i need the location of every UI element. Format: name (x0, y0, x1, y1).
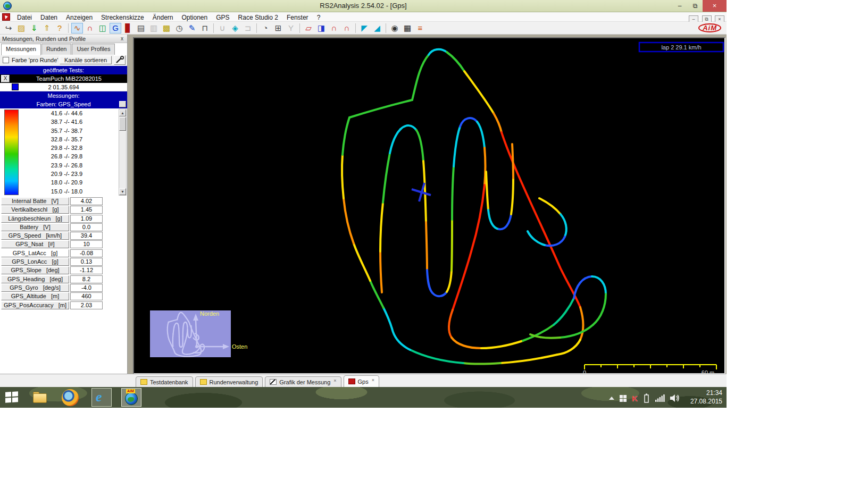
menu-item[interactable]: Daten (36, 13, 62, 22)
graph-distance-icon[interactable]: ∩ (84, 23, 96, 33)
menu-item[interactable]: Fenster (282, 13, 313, 22)
taskbar-clock[interactable]: 21:34 27.08.2015 (690, 389, 722, 406)
channel-label-button[interactable]: GPS_Slope [deg] (1, 266, 69, 274)
gps-map-window[interactable]: lap 2 29.1 km/h (133, 37, 725, 374)
show-hidden-icons-icon[interactable] (609, 397, 614, 400)
panel-close-icon[interactable]: x (119, 36, 126, 42)
lap-row[interactable]: 2 01.35.694 (0, 83, 127, 91)
gem-icon[interactable]: ◈ (229, 23, 241, 33)
open-test-icon[interactable]: ↪ (3, 23, 14, 33)
toolbar-separator[interactable] (355, 23, 356, 33)
import-data-icon[interactable]: ⇑ (41, 23, 53, 33)
tab-rundenverwaltung[interactable]: Rundenverwaltung (195, 376, 263, 388)
channel-label-button[interactable]: GPS_Heading [deg] (1, 275, 69, 283)
film-strip-icon[interactable]: ⊞ (272, 23, 284, 33)
toolbar-separator[interactable] (68, 23, 69, 33)
menu-item[interactable]: Ändern (148, 13, 178, 22)
internet-explorer-button[interactable]: e (91, 388, 112, 407)
zoom-up-icon[interactable]: ◤ (358, 23, 370, 33)
tab-close-icon[interactable]: × (333, 378, 336, 383)
windows-tray-icon[interactable] (620, 395, 627, 402)
colors-settings-button[interactable] (119, 101, 126, 107)
restore-button[interactable]: ⧉ (688, 0, 703, 12)
tab-testdatenbank[interactable]: Testdatenbank (136, 376, 193, 388)
report-icon[interactable]: ▤ (135, 23, 147, 33)
wrench-button[interactable] (114, 55, 126, 65)
tab-runden[interactable]: Runden (41, 44, 72, 55)
menu-item[interactable]: Anzeigen (62, 13, 97, 22)
menu-item[interactable]: GPS (212, 13, 233, 22)
sort-channels-button[interactable]: Kanäle sortieren (60, 56, 112, 64)
helmet-1-icon[interactable]: ∩ (328, 23, 340, 33)
battery-icon[interactable] (643, 393, 650, 403)
channel-value: 0.0 (70, 223, 103, 231)
channel-label-button[interactable]: GPS_Altitude [m] (1, 292, 69, 300)
gps-view-icon[interactable]: G (110, 23, 121, 33)
scroll-thumb[interactable] (119, 117, 126, 131)
start-button[interactable] (5, 391, 18, 403)
speaker-icon[interactable] (670, 394, 681, 402)
filter-icon[interactable]: ⊓ (199, 23, 211, 33)
tab-user-profiles[interactable]: User Profiles (72, 44, 115, 55)
channel-label-button[interactable]: GPS_PosAccuracy [m] (1, 301, 69, 309)
menu-item[interactable]: Race Studio 2 (234, 13, 282, 22)
measures-table-icon[interactable]: ▩ (161, 23, 172, 33)
seat-icon[interactable]: ⊐ (242, 23, 254, 33)
tab-close-icon[interactable]: × (372, 377, 374, 383)
menu-item[interactable]: Datei (13, 13, 36, 22)
channel-label-button[interactable]: Vertikalbeschl [g] (1, 206, 69, 214)
close-test-button[interactable]: X (1, 75, 10, 82)
pen-tool-icon[interactable]: ✎ (186, 23, 198, 33)
menu-item[interactable]: Streckenskizze (97, 13, 148, 22)
track-icon[interactable]: ∪ (216, 23, 228, 33)
tab-grafik-der-messung[interactable]: Grafik der Messung × (265, 376, 341, 388)
zoom-down-icon[interactable]: ◢ (371, 23, 383, 33)
toolbar-separator[interactable] (386, 23, 386, 33)
close-button[interactable]: × (703, 0, 727, 12)
graph-time-icon[interactable]: ∿ (71, 23, 83, 33)
open-folder-icon[interactable]: ▨ (15, 23, 27, 33)
minimize-button[interactable]: – (672, 0, 688, 12)
color-per-lap-checkbox[interactable] (3, 57, 9, 63)
signal-bars-icon[interactable] (655, 394, 665, 402)
box-arrow-icon[interactable]: ◨ (315, 23, 327, 33)
rs2analysis-taskbar-button[interactable]: AiM (121, 388, 141, 407)
report-2-icon[interactable]: ▥ (148, 23, 160, 33)
gauge-icon[interactable]: ◷ (173, 23, 185, 33)
pie-clock-icon[interactable]: ◔ (260, 23, 271, 33)
tab-gps[interactable]: Gps × (344, 375, 379, 388)
grid-table-icon[interactable]: ▦ (402, 23, 413, 33)
scroll-up-icon[interactable]: ▲ (119, 110, 126, 116)
toolbar-separator[interactable] (256, 23, 257, 33)
toolbar-separator[interactable] (213, 23, 214, 33)
helmet-2-icon[interactable]: ∩ (341, 23, 353, 33)
channel-label-button[interactable]: GPS_Speed [km/h] (1, 232, 69, 240)
gps-track-map[interactable]: lap 2 29.1 km/h (134, 38, 724, 373)
channel-label-button[interactable]: GPS_Nsat [#] (1, 240, 69, 248)
menu-item[interactable]: ? (313, 13, 325, 22)
box-3d-icon[interactable]: ▱ (303, 23, 314, 33)
tab-messungen[interactable]: Messungen (1, 44, 41, 55)
color-scrollbar[interactable]: ▲ ▼ (119, 109, 127, 196)
kaspersky-icon[interactable]: K (632, 394, 638, 403)
channel-label-button[interactable]: Internal Batte [V] (1, 197, 69, 205)
channel-label-button[interactable]: Längsbeschleun [g] (1, 215, 69, 223)
cursor-cross-icon[interactable] (412, 183, 431, 201)
scroll-down-icon[interactable]: ▼ (119, 188, 126, 195)
channel-label-button[interactable]: Battery [V] (1, 223, 69, 231)
menu-item[interactable]: Optionen (178, 13, 212, 22)
file-explorer-icon[interactable] (32, 389, 49, 406)
toolbar-separator[interactable] (299, 23, 300, 33)
test-row[interactable]: X TeamPuch MiB22082015 (0, 74, 127, 83)
graph-xy-icon[interactable]: ◫ (97, 23, 108, 33)
firefox-icon[interactable] (62, 389, 79, 406)
histogram-icon[interactable]: ▊ (122, 23, 134, 33)
channel-label-button[interactable]: GPS_LatAcc [g] (1, 249, 69, 257)
channel-label-button[interactable]: GPS_Gyro [deg/s] (1, 284, 69, 292)
magnifier-icon[interactable]: ◉ (389, 23, 400, 33)
download-data-icon[interactable]: ⇓ (28, 23, 40, 33)
hf-data-icon[interactable]: ? (54, 23, 65, 33)
channel-list-icon[interactable]: ≡ (414, 23, 426, 33)
y-scale-icon[interactable]: Y (285, 23, 297, 33)
channel-label-button[interactable]: GPS_LonAcc [g] (1, 258, 69, 266)
